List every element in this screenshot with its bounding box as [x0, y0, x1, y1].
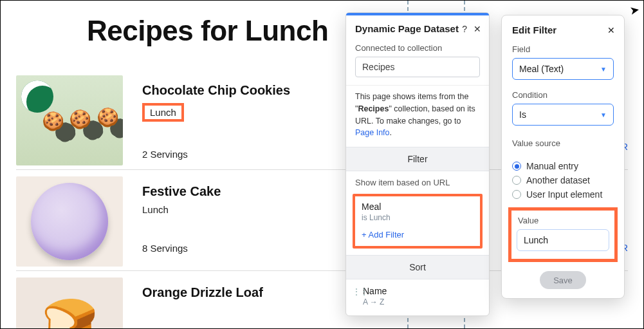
- chevron-down-icon: ▼: [600, 66, 607, 73]
- value-source-label: Value source: [512, 138, 614, 148]
- dataset-panel-title: Dynamic Page Dataset: [355, 23, 459, 34]
- sort-row[interactable]: ⋮⋮ Name A → Z: [346, 279, 489, 315]
- recipe-meal-tag: Lunch: [142, 204, 169, 215]
- radio-icon: [512, 176, 521, 185]
- radio-user-input-element[interactable]: User Input element: [512, 189, 614, 200]
- connected-collection-input[interactable]: [355, 57, 480, 77]
- dataset-panel: Dynamic Page Dataset ? ✕ Connected to co…: [345, 12, 490, 316]
- recipe-meal-tag: Lunch: [142, 103, 184, 122]
- filter-desc: is Lunch: [362, 213, 474, 222]
- radio-icon: [512, 190, 521, 199]
- edit-filter-panel: Edit Filter ✕ Field Meal (Text) ▼ Condit…: [501, 15, 625, 299]
- recipe-thumb: [16, 75, 123, 165]
- field-label: Field: [512, 44, 614, 54]
- condition-select[interactable]: Is ▼: [512, 104, 614, 126]
- sort-field-name: Name: [363, 286, 480, 296]
- dataset-info-text: This page shows items from the "Recipes"…: [346, 85, 489, 147]
- sort-section-header: Sort: [346, 255, 489, 279]
- page-info-link[interactable]: Page Info: [355, 128, 390, 137]
- sort-direction: A → Z: [363, 297, 480, 306]
- radio-icon: [512, 162, 521, 171]
- close-icon[interactable]: ✕: [474, 24, 481, 34]
- show-item-url-label: Show item based on URL: [346, 171, 489, 190]
- radio-another-dataset[interactable]: Another dataset: [512, 175, 614, 185]
- close-icon[interactable]: ✕: [607, 25, 615, 35]
- connected-label: Connected to collection: [355, 43, 480, 53]
- value-input[interactable]: [517, 229, 609, 251]
- recipe-thumb: [16, 176, 123, 267]
- value-label: Value: [518, 216, 609, 225]
- filter-field-name: Meal: [362, 202, 474, 212]
- radio-manual-entry[interactable]: Manual entry: [512, 161, 614, 171]
- value-block: Value: [508, 207, 618, 262]
- edit-filter-title: Edit Filter: [512, 24, 557, 35]
- recipe-thumb: [16, 277, 123, 329]
- filter-section-header: Filter: [346, 147, 489, 171]
- condition-label: Condition: [512, 90, 614, 100]
- add-filter-link[interactable]: + Add Filter: [355, 223, 480, 241]
- save-button[interactable]: Save: [540, 271, 586, 289]
- help-icon[interactable]: ?: [462, 24, 467, 34]
- drag-handle-icon[interactable]: ⋮⋮: [353, 287, 368, 296]
- chevron-down-icon: ▼: [600, 111, 607, 118]
- field-select[interactable]: Meal (Text) ▼: [512, 58, 614, 80]
- filter-card[interactable]: Meal is Lunch + Add Filter: [353, 194, 483, 249]
